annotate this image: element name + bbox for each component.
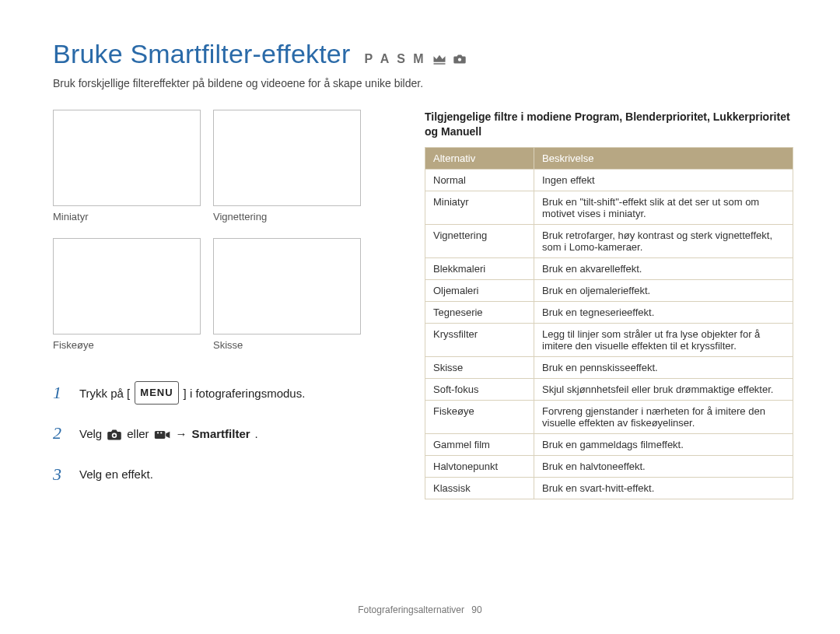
arrow: → xyxy=(176,421,187,447)
table-row: NormalIngen effekt xyxy=(425,169,793,191)
cell: Blekkmaleri xyxy=(425,257,534,279)
thumbnail-fiskeoye xyxy=(53,238,201,335)
steps-list: 1 Trykk på [ MENU ] i fotograferingsmodu… xyxy=(53,374,380,493)
step-text: Velg eller → Smartfilter. xyxy=(79,421,258,447)
cell: Bruk en pennskisseeffekt. xyxy=(534,356,793,378)
svg-point-2 xyxy=(114,434,116,436)
page-footer: Fotograferingsalternativer 90 xyxy=(0,604,840,615)
page-title: Bruke Smartfilter-effekter xyxy=(53,39,350,69)
table-row: KryssfilterLegg til linjer som stråler u… xyxy=(425,323,793,356)
right-column: Tilgjengelige filtre i modiene Program, … xyxy=(425,110,793,499)
step-1: 1 Trykk på [ MENU ] i fotograferingsmodu… xyxy=(53,374,380,412)
table-row: KlassiskBruk en svart-hvitt-effekt. xyxy=(425,477,793,499)
cell: Bruk en "tilt-shift"-effekt slik at det … xyxy=(534,191,793,224)
cell: Vignettering xyxy=(425,224,534,257)
table-row: Soft-fokusSkjul skjønnhetsfeil eller bru… xyxy=(425,378,793,400)
thumbnail-vignettering xyxy=(213,110,361,206)
mode-badges: P A S M xyxy=(364,52,466,66)
col-beskrivelse: Beskrivelse xyxy=(534,147,793,169)
left-column: Miniatyr Vignettering Fiskeøye Skisse 1 … xyxy=(53,110,380,499)
table-row: SkisseBruk en pennskisseeffekt. xyxy=(425,356,793,378)
step-text: Trykk på [ MENU ] i fotograferingsmodus. xyxy=(79,380,305,406)
cell: Soft-fokus xyxy=(425,378,534,400)
smartfilter-label: Smartfilter xyxy=(192,421,250,447)
intro-text: Bruk forskjellige filtereffekter på bild… xyxy=(53,77,793,89)
footer-page: 90 xyxy=(471,604,481,615)
cell: Halvtonepunkt xyxy=(425,455,534,477)
thumb-label: Fiskeøye xyxy=(53,339,201,351)
step-number: 2 xyxy=(53,415,68,452)
cell: Kryssfilter xyxy=(425,323,534,356)
table-row: MiniatyrBruk en "tilt-shift"-effekt slik… xyxy=(425,191,793,224)
cell: Oljemaleri xyxy=(425,279,534,301)
cell: Klassisk xyxy=(425,477,534,499)
table-row: FiskeøyeForvreng gjenstander i nærheten … xyxy=(425,400,793,433)
table-row: VignetteringBruk retrofarger, høy kontra… xyxy=(425,224,793,257)
col-alternativ: Alternativ xyxy=(425,147,534,169)
thumbnail-skisse xyxy=(213,238,361,335)
cell: Bruk en svart-hvitt-effekt. xyxy=(534,477,793,499)
table-row: TegneserieBruk en tegneserieeffekt. xyxy=(425,301,793,323)
footer-section: Fotograferingsalternativer xyxy=(358,604,464,615)
svg-rect-3 xyxy=(154,431,165,439)
cell: Bruk retrofarger, høy kontrast og sterk … xyxy=(534,224,793,257)
thumb-label: Vignettering xyxy=(213,211,361,222)
cell: Skisse xyxy=(425,356,534,378)
cell: Forvreng gjenstander i nærheten for å im… xyxy=(534,400,793,433)
svg-point-5 xyxy=(160,432,162,433)
modes-letters: P A S M xyxy=(364,52,425,66)
cell: Ingen effekt xyxy=(534,169,793,191)
thumb-cell: Skisse xyxy=(213,238,361,363)
cell: Bruk en gammeldags filmeffekt. xyxy=(534,433,793,455)
cell: Bruk en halvtoneeffekt. xyxy=(534,455,793,477)
cell: Normal xyxy=(425,169,534,191)
thumb-label: Skisse xyxy=(213,339,361,351)
cell: Skjul skjønnhetsfeil eller bruk drømmakt… xyxy=(534,378,793,400)
svg-point-4 xyxy=(157,432,159,433)
cell: Tegneserie xyxy=(425,301,534,323)
thumb-cell: Vignettering xyxy=(213,110,361,235)
cell: Bruk en tegneserieeffekt. xyxy=(534,301,793,323)
camera-icon xyxy=(107,421,122,447)
table-row: HalvtonepunktBruk en halvtoneeffekt. xyxy=(425,455,793,477)
cell: Legg til linjer som stråler ut fra lyse … xyxy=(534,323,793,356)
cell: Gammel film xyxy=(425,433,534,455)
thumb-label: Miniatyr xyxy=(53,211,201,222)
text: ] i fotograferingsmodus. xyxy=(184,380,306,406)
table-row: OljemaleriBruk en oljemalerieffekt. xyxy=(425,279,793,301)
text: Velg xyxy=(79,421,102,447)
thumbnail-miniatyr xyxy=(53,110,201,206)
filters-table: Alternativ Beskrivelse NormalIngen effek… xyxy=(425,147,793,499)
cell: Fiskeøye xyxy=(425,400,534,433)
table-row: BlekkmaleriBruk en akvarelleffekt. xyxy=(425,257,793,279)
video-camera-icon xyxy=(154,421,171,447)
cell: Bruk en oljemalerieffekt. xyxy=(534,279,793,301)
thumb-cell: Miniatyr xyxy=(53,110,201,235)
thumb-cell: Fiskeøye xyxy=(53,238,201,363)
cell: Bruk en akvarelleffekt. xyxy=(534,257,793,279)
content-columns: Miniatyr Vignettering Fiskeøye Skisse 1 … xyxy=(53,110,793,499)
text: Trykk på [ xyxy=(79,380,130,406)
step-number: 3 xyxy=(53,456,68,493)
step-text: Velg en effekt. xyxy=(79,461,153,487)
step-2: 2 Velg eller → Smartfilter. xyxy=(53,415,380,452)
period: . xyxy=(255,421,258,447)
filters-heading: Tilgjengelige filtre i modiene Program, … xyxy=(425,110,793,139)
step-3: 3 Velg en effekt. xyxy=(53,456,380,493)
camera-filled-icon xyxy=(453,54,467,65)
crown-icon xyxy=(432,54,446,65)
table-row: Gammel filmBruk en gammeldags filmeffekt… xyxy=(425,433,793,455)
step-number: 1 xyxy=(53,374,68,412)
text: eller xyxy=(127,421,149,447)
title-row: Bruke Smartfilter-effekter P A S M xyxy=(53,39,793,69)
thumbnail-grid: Miniatyr Vignettering Fiskeøye Skisse xyxy=(53,110,380,363)
svg-point-0 xyxy=(457,58,460,61)
menu-button-label: MENU xyxy=(135,381,178,405)
cell: Miniatyr xyxy=(425,191,534,224)
